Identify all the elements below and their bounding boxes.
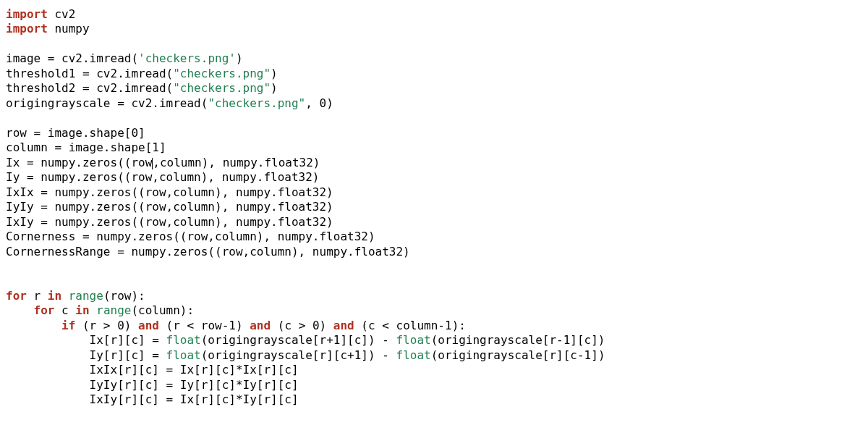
code-token: IxIx[r][c] <box>6 363 159 377</box>
code-token: = <box>20 156 41 169</box>
code-token <box>90 303 97 317</box>
code-token: numpy <box>48 22 90 35</box>
code-token: ) <box>271 81 278 95</box>
code-token: IxIx <box>6 185 34 199</box>
code-token: numpy.zeros((row,column), numpy.float32) <box>41 170 319 184</box>
code-token: CornernessRange <box>6 245 111 258</box>
code-line: import numpy <box>6 22 90 35</box>
code-token: IyIy[r][c] <box>6 378 159 392</box>
code-token: IyIy <box>6 200 34 214</box>
code-token: = <box>111 245 132 258</box>
code-token: (c <box>354 319 383 332</box>
code-line: origingrayscale = cv2.imread("checkers.p… <box>6 96 333 110</box>
code-token: (c <box>271 319 299 332</box>
code-token: "checkers.png" <box>208 96 305 110</box>
code-token: float <box>166 333 201 347</box>
code-token: Iy[r][c] <box>243 378 299 392</box>
code-token: 'checkers.png' <box>138 51 236 65</box>
code-token: = <box>111 96 132 110</box>
code-editor[interactable]: import cv2 import numpy image = cv2.imre… <box>0 0 868 415</box>
code-token: Ix[r][c] <box>180 363 236 377</box>
code-token <box>305 319 312 332</box>
code-token: - <box>222 319 229 332</box>
code-token: = <box>34 185 55 199</box>
code-token: 1 <box>354 348 362 362</box>
code-token: = <box>75 230 96 243</box>
code-token: + <box>347 348 354 362</box>
code-token: for <box>6 289 27 303</box>
code-token: if <box>61 319 75 332</box>
code-token: 1 <box>584 348 592 362</box>
code-token: = <box>34 200 55 214</box>
code-token: in <box>48 289 61 303</box>
code-line: Ix[r][c] = float(origingrayscale[r+1][c]… <box>6 333 605 347</box>
code-token: float <box>166 348 201 362</box>
code-token: origingrayscale <box>6 96 111 110</box>
code-token: ) <box>320 319 333 332</box>
code-token: numpy.zeros((row,column), numpy.float32) <box>54 215 333 229</box>
code-token: (origingrayscale[r][c <box>201 348 347 362</box>
code-token: threshold2 <box>6 81 75 95</box>
code-token: 1 <box>445 319 452 332</box>
code-token: import <box>6 7 48 21</box>
code-token: numpy.zeros((row,column), numpy.float32) <box>96 230 375 243</box>
code-token: ,column), numpy.float32) <box>153 156 320 169</box>
code-line: import cv2 <box>6 7 75 21</box>
code-token: range <box>69 289 103 303</box>
code-token: Cornerness <box>6 230 75 243</box>
code-token: row <box>194 319 222 332</box>
code-token: 0 <box>312 319 320 332</box>
code-line: threshold1 = cv2.imread("checkers.png") <box>6 67 278 80</box>
code-token: ][c]) <box>340 333 382 347</box>
code-line: IxIy = numpy.zeros((row,column), numpy.f… <box>6 215 333 229</box>
code-token: numpy.zeros((row,column), numpy.float32) <box>131 245 409 258</box>
code-token: column <box>6 140 48 154</box>
code-token: Ix[r][c] <box>243 363 299 377</box>
code-token: 1 <box>152 140 159 154</box>
code-token: * <box>236 392 243 406</box>
code-token: = <box>27 126 48 140</box>
code-token: 1 <box>333 333 341 347</box>
code-token: = <box>159 392 180 406</box>
code-token: image.shape[ <box>48 126 132 140</box>
code-token: and <box>333 319 354 332</box>
code-token: (r <box>159 319 187 332</box>
code-token: ] <box>138 126 145 140</box>
code-token: 1 <box>563 333 571 347</box>
code-token: Ix[r][c] <box>180 392 236 406</box>
code-line: IxIx = numpy.zeros((row,column), numpy.f… <box>6 185 333 199</box>
code-token: cv2.imread( <box>61 51 138 65</box>
code-token: * <box>236 378 243 392</box>
code-token: (origingrayscale[r][c <box>431 348 577 362</box>
code-token: image <box>6 51 41 65</box>
code-line: IxIx[r][c] = Ix[r][c]*Ix[r][c] <box>6 363 299 377</box>
code-token: - <box>438 319 445 332</box>
code-token: = <box>145 333 166 347</box>
code-line: Ix = numpy.zeros((row,column), numpy.flo… <box>6 156 320 169</box>
code-token: 0 <box>320 96 327 110</box>
code-token: Iy[r][c] <box>6 348 145 362</box>
code-token: import <box>6 22 48 35</box>
code-token: ][c]) <box>570 333 605 347</box>
code-token: ): <box>452 319 466 332</box>
code-line: IyIy = numpy.zeros((row,column), numpy.f… <box>6 200 333 214</box>
code-token: = <box>145 348 166 362</box>
code-token: 0 <box>117 319 124 332</box>
code-token: > <box>103 319 111 332</box>
code-token: image.shape[ <box>69 140 153 154</box>
code-token: > <box>299 319 306 332</box>
code-token: = <box>159 363 180 377</box>
code-line: column = image.shape[1] <box>6 140 166 154</box>
code-token: - <box>382 348 389 362</box>
code-token: 0 <box>131 126 138 140</box>
code-token <box>389 348 396 362</box>
code-token: ]) <box>591 348 605 362</box>
code-token: (r <box>75 319 103 332</box>
code-token <box>61 289 69 303</box>
code-token: ] <box>159 140 166 154</box>
code-line: IyIy[r][c] = Iy[r][c]*Iy[r][c] <box>6 378 299 392</box>
code-token: = <box>159 378 180 392</box>
code-token: and <box>138 319 159 332</box>
code-token: - <box>382 333 389 347</box>
code-token: IxIy[r][c] <box>6 392 159 406</box>
